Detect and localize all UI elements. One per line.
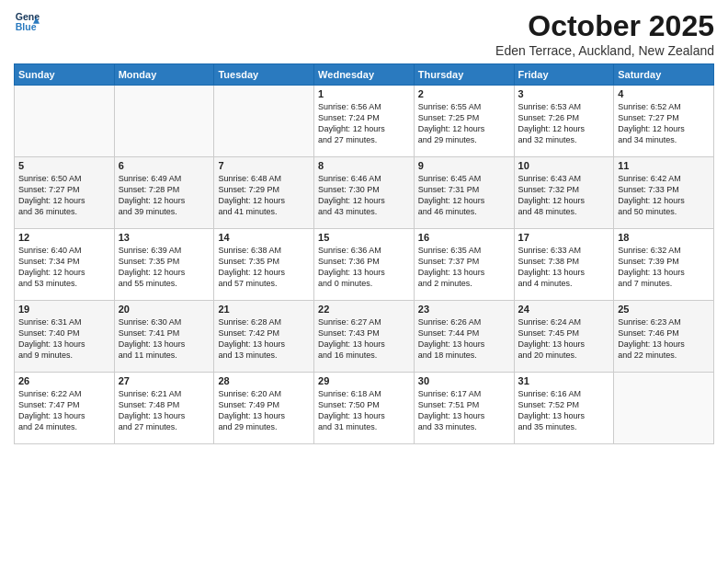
day-info: Sunrise: 6:55 AM <box>418 101 510 112</box>
day-info: Sunset: 7:47 PM <box>18 399 110 410</box>
day-info: Sunset: 7:26 PM <box>518 112 610 123</box>
day-info: Daylight: 12 hours <box>318 123 410 134</box>
day-info: Sunset: 7:24 PM <box>318 112 410 123</box>
svg-text:Blue: Blue <box>16 21 37 32</box>
day-info: Sunset: 7:40 PM <box>18 327 110 339</box>
day-info: Sunrise: 6:35 AM <box>418 245 510 256</box>
day-info: and 27 minutes. <box>119 421 210 432</box>
calendar-cell: 3Sunrise: 6:53 AMSunset: 7:26 PMDaylight… <box>514 86 614 157</box>
day-info: Sunrise: 6:17 AM <box>418 388 510 399</box>
calendar-cell: 4Sunrise: 6:52 AMSunset: 7:27 PMDaylight… <box>614 86 714 157</box>
day-info: and 57 minutes. <box>218 278 310 289</box>
day-info: and 34 minutes. <box>618 134 710 145</box>
calendar-cell: 27Sunrise: 6:21 AMSunset: 7:48 PMDayligh… <box>114 373 214 444</box>
day-number: 3 <box>518 88 610 99</box>
day-info: and 2 minutes. <box>418 278 510 289</box>
day-info: Sunrise: 6:21 AM <box>119 388 210 399</box>
day-info: Daylight: 13 hours <box>318 267 410 278</box>
day-header-monday: Monday <box>114 64 214 86</box>
day-info: Daylight: 13 hours <box>218 339 310 350</box>
day-info: and 11 minutes. <box>119 350 210 361</box>
day-number: 4 <box>618 88 710 99</box>
day-info: and 39 minutes. <box>119 206 210 217</box>
day-info: Daylight: 13 hours <box>119 339 210 350</box>
day-number: 31 <box>518 375 610 386</box>
day-header-friday: Friday <box>514 64 614 86</box>
day-info: and 55 minutes. <box>119 278 210 289</box>
day-info: Sunrise: 6:26 AM <box>418 316 510 327</box>
calendar-cell: 14Sunrise: 6:38 AMSunset: 7:35 PMDayligh… <box>214 229 314 301</box>
week-row-2: 5Sunrise: 6:50 AMSunset: 7:27 PMDaylight… <box>15 157 714 229</box>
calendar-cell: 8Sunrise: 6:46 AMSunset: 7:30 PMDaylight… <box>314 157 415 229</box>
calendar-cell: 6Sunrise: 6:49 AMSunset: 7:28 PMDaylight… <box>114 157 214 229</box>
day-info: Sunset: 7:33 PM <box>618 184 710 195</box>
day-number: 8 <box>318 160 410 171</box>
day-info: Daylight: 13 hours <box>418 410 510 421</box>
day-info: and 41 minutes. <box>218 206 310 217</box>
day-number: 20 <box>119 304 210 315</box>
day-info: Sunrise: 6:20 AM <box>218 388 310 399</box>
day-number: 17 <box>518 232 610 243</box>
day-info: Sunrise: 6:33 AM <box>518 245 610 256</box>
day-info: Daylight: 12 hours <box>18 195 110 206</box>
calendar-page: General Blue October 2025 Eden Terrace, … <box>0 0 728 563</box>
day-info: Sunrise: 6:42 AM <box>618 173 710 184</box>
day-info: Sunset: 7:48 PM <box>119 399 210 410</box>
day-number: 13 <box>119 232 210 243</box>
day-info: Daylight: 13 hours <box>218 410 310 421</box>
day-header-sunday: Sunday <box>15 64 115 86</box>
day-number: 9 <box>418 160 510 171</box>
day-info: Sunset: 7:27 PM <box>618 112 710 123</box>
day-info: and 32 minutes. <box>518 134 610 145</box>
day-info: Sunset: 7:50 PM <box>318 399 410 410</box>
day-info: Sunset: 7:42 PM <box>218 327 310 339</box>
day-info: Sunrise: 6:56 AM <box>318 101 410 112</box>
calendar-cell: 2Sunrise: 6:55 AMSunset: 7:25 PMDaylight… <box>414 86 514 157</box>
day-number: 11 <box>618 160 710 171</box>
calendar-cell: 24Sunrise: 6:24 AMSunset: 7:45 PMDayligh… <box>514 301 614 373</box>
day-header-wednesday: Wednesday <box>314 64 415 86</box>
calendar-cell: 15Sunrise: 6:36 AMSunset: 7:36 PMDayligh… <box>314 229 415 301</box>
week-row-5: 26Sunrise: 6:22 AMSunset: 7:47 PMDayligh… <box>15 373 714 444</box>
day-info: Daylight: 13 hours <box>18 410 110 421</box>
day-number: 2 <box>418 88 510 99</box>
day-info: and 7 minutes. <box>618 278 710 289</box>
day-info: Daylight: 13 hours <box>418 339 510 350</box>
calendar-cell: 13Sunrise: 6:39 AMSunset: 7:35 PMDayligh… <box>114 229 214 301</box>
day-info: and 18 minutes. <box>418 350 510 361</box>
calendar-cell: 12Sunrise: 6:40 AMSunset: 7:34 PMDayligh… <box>15 229 115 301</box>
day-info: Sunset: 7:25 PM <box>418 112 510 123</box>
day-info: and 48 minutes. <box>518 206 610 217</box>
day-info: and 9 minutes. <box>18 350 110 361</box>
day-info: and 29 minutes. <box>418 134 510 145</box>
day-number: 1 <box>318 88 410 99</box>
day-number: 22 <box>318 304 410 315</box>
day-info: Sunrise: 6:38 AM <box>218 245 310 256</box>
day-info: Sunset: 7:32 PM <box>518 184 610 195</box>
calendar-cell: 10Sunrise: 6:43 AMSunset: 7:32 PMDayligh… <box>514 157 614 229</box>
day-info: Daylight: 12 hours <box>418 123 510 134</box>
calendar-cell: 7Sunrise: 6:48 AMSunset: 7:29 PMDaylight… <box>214 157 314 229</box>
day-number: 27 <box>119 375 210 386</box>
day-info: Sunrise: 6:46 AM <box>318 173 410 184</box>
day-info: Daylight: 13 hours <box>518 339 610 350</box>
day-info: and 33 minutes. <box>418 421 510 432</box>
day-info: Sunset: 7:52 PM <box>518 399 610 410</box>
calendar-cell <box>15 86 115 157</box>
day-number: 29 <box>318 375 410 386</box>
day-number: 5 <box>18 160 110 171</box>
calendar-cell <box>214 86 314 157</box>
calendar-cell: 31Sunrise: 6:16 AMSunset: 7:52 PMDayligh… <box>514 373 614 444</box>
day-info: Daylight: 13 hours <box>318 410 410 421</box>
day-info: Daylight: 12 hours <box>218 195 310 206</box>
day-info: Sunset: 7:43 PM <box>318 327 410 339</box>
day-info: and 50 minutes. <box>618 206 710 217</box>
calendar-cell <box>614 373 714 444</box>
day-info: Sunset: 7:27 PM <box>18 184 110 195</box>
calendar-cell: 30Sunrise: 6:17 AMSunset: 7:51 PMDayligh… <box>414 373 514 444</box>
day-info: Daylight: 12 hours <box>418 195 510 206</box>
calendar-cell: 25Sunrise: 6:23 AMSunset: 7:46 PMDayligh… <box>614 301 714 373</box>
day-info: Sunrise: 6:49 AM <box>119 173 210 184</box>
day-info: Daylight: 13 hours <box>518 410 610 421</box>
day-info: and 20 minutes. <box>518 350 610 361</box>
